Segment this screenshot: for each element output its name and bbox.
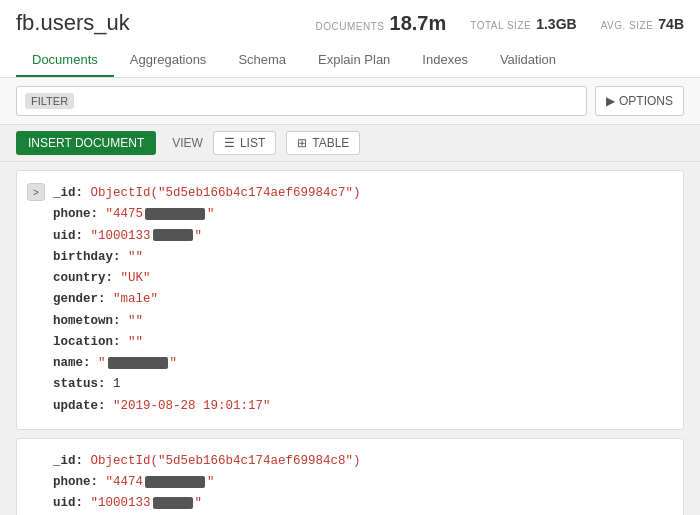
table-icon: ⊞: [297, 136, 307, 150]
list-label: LIST: [240, 136, 265, 150]
redacted-uid: x: [153, 497, 193, 509]
app-header: fb.users_uk DOCUMENTS 18.7m TOTAL SIZE 1…: [0, 0, 700, 78]
table-view-button[interactable]: ⊞ TABLE: [286, 131, 360, 155]
documents-label: DOCUMENTS: [316, 21, 385, 32]
total-size-value: 1.3GB: [536, 16, 576, 32]
doc-phone-line: phone: "4475x": [53, 204, 669, 225]
document-card: _id: ObjectId("5d5eb166b4c174aef69984c8"…: [16, 438, 684, 515]
filter-bar[interactable]: FILTER: [16, 86, 587, 116]
doc-phone-line: phone: "4474x": [53, 472, 669, 493]
documents-value: 18.7m: [390, 12, 447, 35]
redacted-name: x: [108, 357, 168, 369]
redacted-phone: x: [145, 476, 205, 488]
tab-bar: Documents Aggregations Schema Explain Pl…: [16, 44, 684, 77]
list-icon: ☰: [224, 136, 235, 150]
doc-name-line: name: "x": [53, 353, 669, 374]
stat-total-size: TOTAL SIZE 1.3GB: [470, 16, 576, 32]
doc-uid-line: uid: "1000133x": [53, 226, 669, 247]
redacted-uid: x: [153, 229, 193, 241]
insert-document-button[interactable]: INSERT DOCUMENT: [16, 131, 156, 155]
db-title: fb.users_uk: [16, 10, 130, 36]
tab-aggregations[interactable]: Aggregations: [114, 44, 223, 77]
options-arrow-icon: ▶: [606, 94, 615, 108]
doc-uid-line: uid: "1000133x": [53, 493, 669, 514]
table-label: TABLE: [312, 136, 349, 150]
total-size-label: TOTAL SIZE: [470, 20, 531, 31]
stats-row: DOCUMENTS 18.7m TOTAL SIZE 1.3GB AVG. SI…: [316, 12, 684, 35]
tab-documents[interactable]: Documents: [16, 44, 114, 77]
filter-toolbar: FILTER ▶ OPTIONS: [0, 78, 700, 125]
header-top: fb.users_uk DOCUMENTS 18.7m TOTAL SIZE 1…: [16, 10, 684, 36]
view-label: VIEW: [172, 136, 203, 150]
tab-explain-plan[interactable]: Explain Plan: [302, 44, 406, 77]
action-bar: INSERT DOCUMENT VIEW ☰ LIST ⊞ TABLE: [0, 125, 700, 162]
doc-hometown-line: hometown: "": [53, 311, 669, 332]
doc-status-line: status: 1: [53, 374, 669, 395]
doc-update-line: update: "2019-08-28 19:01:17": [53, 396, 669, 417]
tab-validation[interactable]: Validation: [484, 44, 572, 77]
doc-id-line: _id: ObjectId("5d5eb166b4c174aef69984c8"…: [53, 451, 669, 472]
filter-tag: FILTER: [25, 93, 74, 109]
tab-schema[interactable]: Schema: [222, 44, 302, 77]
doc-gender-line: gender: "male": [53, 289, 669, 310]
documents-content: > _id: ObjectId("5d5eb166b4c174aef69984c…: [0, 162, 700, 515]
doc-birthday-line: birthday: "": [53, 247, 669, 268]
avg-size-value: 74B: [658, 16, 684, 32]
options-button[interactable]: ▶ OPTIONS: [595, 86, 684, 116]
options-label: OPTIONS: [619, 94, 673, 108]
doc-id-line: _id: ObjectId("5d5eb166b4c174aef69984c7"…: [53, 183, 669, 204]
list-view-button[interactable]: ☰ LIST: [213, 131, 276, 155]
stat-documents: DOCUMENTS 18.7m: [316, 12, 447, 35]
document-card: > _id: ObjectId("5d5eb166b4c174aef69984c…: [16, 170, 684, 430]
doc-country-line: country: "UK": [53, 268, 669, 289]
tab-indexes[interactable]: Indexes: [406, 44, 484, 77]
doc-location-line: location: "": [53, 332, 669, 353]
expand-button[interactable]: >: [27, 183, 45, 201]
redacted-phone: x: [145, 208, 205, 220]
avg-size-label: AVG. SIZE: [601, 20, 654, 31]
stat-avg-size: AVG. SIZE 74B: [601, 16, 684, 32]
